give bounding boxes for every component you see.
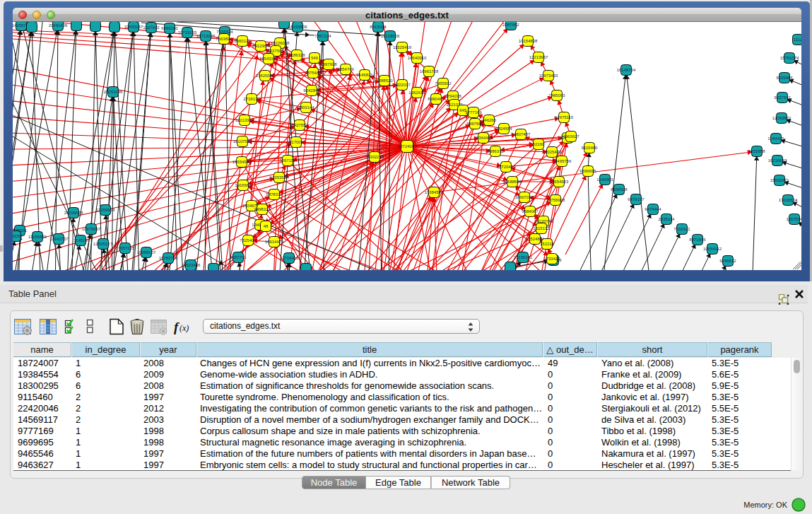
svg-text:3498222: 3498222 <box>254 207 271 211</box>
svg-text:252214: 252214 <box>540 242 555 246</box>
svg-text:15692971: 15692971 <box>770 178 789 182</box>
svg-text:1244415: 1244415 <box>767 136 784 141</box>
svg-text:13654923: 13654923 <box>550 180 569 184</box>
svg-text:7625402: 7625402 <box>240 238 257 243</box>
svg-text:19218506: 19218506 <box>381 34 400 38</box>
svg-text:10653267: 10653267 <box>124 25 143 29</box>
svg-text:19756928: 19756928 <box>546 198 565 202</box>
svg-text:17016504: 17016504 <box>779 198 798 202</box>
svg-text:546: 546 <box>311 56 319 60</box>
svg-text:15751074: 15751074 <box>780 56 799 60</box>
svg-text:8471676: 8471676 <box>689 238 706 242</box>
svg-text:16713155: 16713155 <box>196 34 216 38</box>
svg-text:(x): (x) <box>180 323 189 333</box>
svg-text:18907249: 18907249 <box>515 195 534 199</box>
svg-text:8912954: 8912954 <box>252 44 269 48</box>
svg-text:10543382: 10543382 <box>259 57 278 61</box>
svg-text:9245612: 9245612 <box>719 259 736 263</box>
svg-text:1250513 5: 1250513 5 <box>93 242 114 246</box>
svg-text:11325419: 11325419 <box>393 45 412 49</box>
svg-text:20364436: 20364436 <box>474 136 493 140</box>
svg-text:6497568: 6497568 <box>466 122 483 126</box>
svg-text:1615132: 1615132 <box>533 226 550 230</box>
svg-text:15136141: 15136141 <box>514 255 533 259</box>
svg-text:39159: 39159 <box>13 234 22 238</box>
svg-text:20206578: 20206578 <box>64 211 83 215</box>
svg-text:16914479: 16914479 <box>265 240 284 244</box>
svg-text:8322037: 8322037 <box>394 83 411 87</box>
svg-text:13716465: 13716465 <box>280 256 299 260</box>
svg-text:19495756: 19495756 <box>553 159 572 163</box>
svg-text:1527602: 1527602 <box>143 25 160 30</box>
svg-text:746266: 746266 <box>482 118 497 122</box>
svg-text:6794078: 6794078 <box>445 94 461 98</box>
svg-text:62160: 62160 <box>533 142 545 146</box>
svg-text:7386372: 7386372 <box>487 149 504 153</box>
svg-text:19384554: 19384554 <box>425 190 444 194</box>
svg-text:11156829: 11156829 <box>28 235 47 239</box>
svg-text:16107553: 16107553 <box>233 139 252 144</box>
svg-text:2087682: 2087682 <box>502 23 519 27</box>
svg-text:10025433: 10025433 <box>543 150 562 154</box>
svg-text:13353594: 13353594 <box>270 175 289 180</box>
svg-text:9227342: 9227342 <box>774 95 791 100</box>
svg-text:16782759: 16782759 <box>159 256 178 260</box>
svg-text:9657791: 9657791 <box>230 255 247 259</box>
svg-text:9327505: 9327505 <box>267 49 284 53</box>
svg-text:20053346: 20053346 <box>104 90 123 94</box>
svg-text:18724007: 18724007 <box>398 144 417 148</box>
svg-text:10973493: 10973493 <box>539 74 558 78</box>
svg-text:48: 48 <box>264 224 269 228</box>
svg-text:16148764: 16148764 <box>617 68 636 72</box>
svg-text:17957225: 17957225 <box>116 246 135 250</box>
svg-text:2718170: 2718170 <box>243 97 260 101</box>
svg-text:3267150: 3267150 <box>279 158 296 163</box>
svg-text:1112: 1112 <box>794 37 801 42</box>
svg-text:9777169: 9777169 <box>465 110 482 115</box>
svg-text:23420046: 23420046 <box>256 74 275 78</box>
svg-text:8186328: 8186328 <box>288 53 305 57</box>
svg-text:1167534: 1167534 <box>787 217 801 221</box>
svg-text:12942757: 12942757 <box>49 237 69 241</box>
svg-text:17975115: 17975115 <box>555 115 574 119</box>
svg-text:16961758: 16961758 <box>420 69 439 74</box>
svg-text:10958107: 10958107 <box>137 250 156 255</box>
svg-text:8990444: 8990444 <box>428 97 445 101</box>
svg-text:9242848: 9242848 <box>303 88 320 93</box>
svg-text:12213967: 12213967 <box>529 55 548 59</box>
svg-text:9684067: 9684067 <box>522 209 539 214</box>
svg-text:1362615: 1362615 <box>408 90 425 95</box>
svg-text:16033809: 16033809 <box>288 25 307 29</box>
svg-text:417006: 417006 <box>289 140 304 144</box>
svg-text:12923446: 12923446 <box>182 263 201 267</box>
svg-text:2803144: 2803144 <box>298 105 314 110</box>
svg-text:7955812: 7955812 <box>435 81 452 86</box>
svg-text:10975867: 10975867 <box>82 227 101 231</box>
svg-text:6466160: 6466160 <box>161 26 178 30</box>
svg-text:9529966: 9529966 <box>776 76 793 80</box>
svg-text:9474444: 9474444 <box>645 207 661 211</box>
svg-text:15720407: 15720407 <box>497 165 516 169</box>
svg-text:16210643: 16210643 <box>768 158 787 163</box>
svg-text:7663822: 7663822 <box>216 37 233 41</box>
svg-text:10807487: 10807487 <box>512 132 531 136</box>
svg-text:1733426: 1733426 <box>543 257 560 261</box>
svg-text:20691406: 20691406 <box>49 23 68 28</box>
svg-text:18640910: 18640910 <box>408 56 427 60</box>
svg-text:8427552: 8427552 <box>291 123 308 127</box>
svg-text:6479197: 6479197 <box>628 197 645 201</box>
svg-text:8813014: 8813014 <box>370 25 387 29</box>
svg-text:8938928: 8938928 <box>611 187 628 192</box>
svg-text:9146821: 9146821 <box>356 73 373 77</box>
svg-text:4963627: 4963627 <box>563 134 579 139</box>
svg-text:7857224: 7857224 <box>314 34 331 38</box>
svg-text:8215958: 8215958 <box>748 149 765 153</box>
svg-text:19654983: 19654983 <box>233 160 252 164</box>
svg-text:12093822: 12093822 <box>772 116 792 120</box>
svg-text:9115460: 9115460 <box>582 146 599 150</box>
svg-text:10688609: 10688609 <box>503 180 522 184</box>
svg-text:3875685: 3875685 <box>305 71 322 75</box>
svg-text:1916682: 1916682 <box>235 183 252 187</box>
svg-text:2367608: 2367608 <box>320 62 337 66</box>
svg-text:8854749: 8854749 <box>337 67 354 71</box>
